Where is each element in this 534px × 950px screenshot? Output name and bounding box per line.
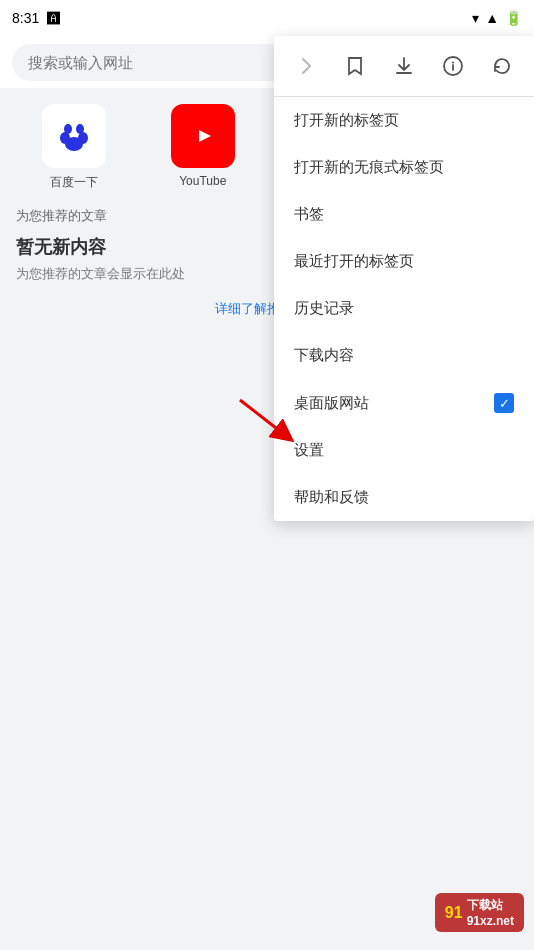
menu-bookmarks-label: 书签	[294, 205, 514, 224]
quick-item-youtube[interactable]: YouTube	[145, 104, 262, 191]
wifi-icon: ▾	[472, 10, 479, 26]
menu-item-downloads[interactable]: 下载内容	[274, 332, 534, 379]
info-button[interactable]	[435, 48, 471, 84]
svg-point-4	[76, 124, 84, 134]
status-left: 8:31 🅰	[12, 10, 60, 26]
status-right: ▾ ▲ 🔋	[472, 10, 522, 26]
svg-point-3	[64, 124, 72, 134]
quick-item-baidu[interactable]: 百度一下	[16, 104, 133, 191]
menu-desktop-site-label: 桌面版网站	[294, 394, 494, 413]
menu-settings-label: 设置	[294, 441, 514, 460]
menu-help-label: 帮助和反馈	[294, 488, 514, 507]
menu-downloads-label: 下载内容	[294, 346, 514, 365]
dropdown-menu: 打开新的标签页 打开新的无痕式标签页 书签 最近打开的标签页 历史记录 下载内容…	[274, 36, 534, 521]
youtube-label: YouTube	[179, 174, 226, 188]
forward-button[interactable]	[288, 48, 324, 84]
menu-item-desktop-site[interactable]: 桌面版网站 ✓	[274, 379, 534, 427]
battery-icon: 🔋	[505, 10, 522, 26]
bookmark-button[interactable]	[337, 48, 373, 84]
menu-item-help[interactable]: 帮助和反馈	[274, 474, 534, 521]
menu-item-settings[interactable]: 设置	[274, 427, 534, 474]
download-button[interactable]	[386, 48, 422, 84]
signal-icon: ▲	[485, 10, 499, 26]
watermark: 91 下载站91xz.net	[435, 893, 524, 932]
time: 8:31	[12, 10, 39, 26]
watermark-text: 下载站91xz.net	[467, 897, 514, 928]
menu-recent-tabs-label: 最近打开的标签页	[294, 252, 514, 271]
menu-incognito-label: 打开新的无痕式标签页	[294, 158, 514, 177]
menu-item-bookmarks[interactable]: 书签	[274, 191, 534, 238]
baidu-label: 百度一下	[50, 174, 98, 191]
youtube-icon	[171, 104, 235, 168]
refresh-button[interactable]	[484, 48, 520, 84]
desktop-site-checkbox[interactable]: ✓	[494, 393, 514, 413]
menu-item-history[interactable]: 历史记录	[274, 285, 534, 332]
menu-item-incognito[interactable]: 打开新的无痕式标签页	[274, 144, 534, 191]
menu-toolbar	[274, 36, 534, 97]
status-bar: 8:31 🅰 ▾ ▲ 🔋	[0, 0, 534, 36]
android-icon: 🅰	[47, 11, 60, 26]
menu-history-label: 历史记录	[294, 299, 514, 318]
menu-item-recent-tabs[interactable]: 最近打开的标签页	[274, 238, 534, 285]
svg-point-8	[452, 62, 454, 64]
menu-new-tab-label: 打开新的标签页	[294, 111, 514, 130]
menu-item-new-tab[interactable]: 打开新的标签页	[274, 97, 534, 144]
baidu-icon	[42, 104, 106, 168]
